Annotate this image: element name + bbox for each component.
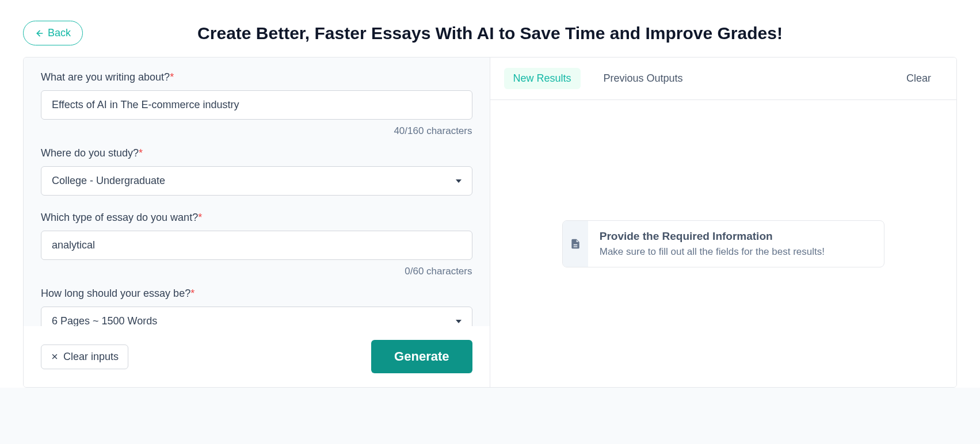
study-label: Where do you study?* [41, 147, 472, 159]
footer-space [0, 388, 980, 444]
essay-type-input[interactable] [41, 231, 472, 260]
form-panel: What are you writing about?* 40/160 char… [24, 58, 490, 387]
info-title: Provide the Required Information [600, 230, 825, 243]
info-card: Provide the Required Information Make su… [562, 220, 884, 267]
topic-counter: 40/160 characters [41, 125, 472, 137]
close-icon [51, 353, 59, 361]
clear-inputs-label: Clear inputs [63, 351, 119, 363]
chevron-down-icon [456, 320, 462, 323]
tab-previous-outputs[interactable]: Previous Outputs [594, 68, 692, 89]
essay-type-counter: 0/60 characters [41, 266, 472, 277]
topic-input[interactable] [41, 90, 472, 120]
required-icon: * [139, 147, 143, 159]
topic-label: What are you writing about?* [41, 71, 472, 83]
tab-new-results[interactable]: New Results [504, 68, 581, 89]
essay-type-label: Which type of essay do you want?* [41, 212, 472, 224]
info-subtitle: Make sure to fill out all the fields for… [600, 246, 825, 258]
back-button[interactable]: Back [23, 21, 83, 45]
study-selected: College - Undergraduate [52, 175, 165, 187]
page-title: Create Better, Faster Essays With AI to … [197, 24, 783, 43]
back-label: Back [48, 27, 71, 39]
required-icon: * [170, 71, 174, 83]
length-label: How long should your essay be?* [41, 288, 472, 300]
length-select[interactable]: 6 Pages ~ 1500 Words [41, 307, 472, 326]
arrow-left-icon [35, 29, 44, 38]
results-panel: New Results Previous Outputs Clear Provi… [490, 58, 957, 387]
required-icon: * [198, 212, 202, 223]
required-icon: * [190, 288, 195, 299]
study-select[interactable]: College - Undergraduate [41, 166, 472, 196]
length-selected: 6 Pages ~ 1500 Words [52, 315, 157, 326]
document-icon [570, 237, 581, 251]
chevron-down-icon [456, 179, 462, 183]
clear-results-button[interactable]: Clear [906, 72, 943, 85]
generate-button[interactable]: Generate [371, 340, 472, 373]
generate-label: Generate [394, 349, 449, 363]
form-scroll[interactable]: What are you writing about?* 40/160 char… [24, 58, 490, 326]
clear-inputs-button[interactable]: Clear inputs [41, 345, 128, 369]
